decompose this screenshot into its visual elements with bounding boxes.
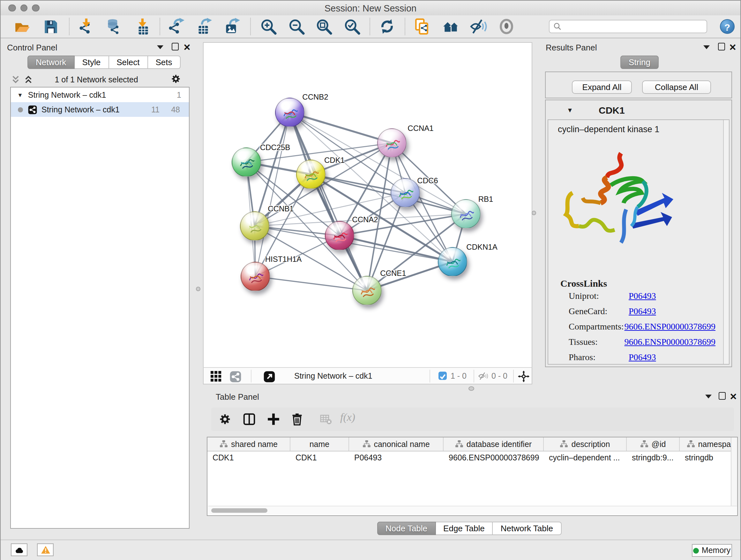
tab-node-table[interactable]: Node Table [377, 522, 435, 535]
network-node-cdkn1a[interactable] [438, 247, 467, 276]
help-button[interactable]: ? [720, 19, 735, 34]
add-column-icon[interactable] [267, 413, 280, 426]
collapse-all-icon[interactable] [11, 75, 20, 84]
open-in-window-icon[interactable] [264, 371, 275, 382]
column-header-canonicalname[interactable]: canonical name [349, 437, 444, 451]
clone-network-icon[interactable] [414, 18, 431, 35]
network-collection-row[interactable]: ▼ String Network – cdk1 1 [11, 87, 189, 102]
table-settings-gear-icon[interactable] [218, 413, 232, 426]
crosslink-value-link[interactable]: 9606.ENSP00000378699 [624, 337, 716, 348]
tab-style[interactable]: Style [74, 56, 109, 69]
warning-button[interactable] [37, 543, 54, 556]
open-session-icon[interactable] [13, 18, 30, 35]
network-node-ccnb2[interactable] [275, 98, 305, 127]
results-panel-close-icon[interactable]: ✕ [728, 43, 737, 52]
table-panel-close-icon[interactable]: ✕ [729, 392, 738, 401]
network-node-ccna1[interactable] [377, 128, 407, 158]
protein-structure-thumbnail [280, 102, 301, 124]
search-box[interactable] [549, 20, 707, 33]
network-node-ccne1[interactable] [352, 276, 382, 305]
hide-selected-icon[interactable] [470, 18, 487, 35]
grid-view-icon[interactable] [211, 371, 221, 382]
network-node-cdc25b[interactable] [232, 147, 261, 177]
column-header-namespace[interactable]: namespace [680, 437, 738, 451]
tab-network-table[interactable]: Network Table [493, 522, 561, 535]
network-row-selected[interactable]: String Network – cdk1 11 48 [11, 102, 189, 117]
network-node-hist1h1a[interactable] [241, 262, 270, 291]
network-edge[interactable] [255, 193, 405, 226]
save-session-icon[interactable] [42, 18, 59, 35]
control-panel-close-icon[interactable]: ✕ [183, 43, 192, 52]
tab-network[interactable]: Network [27, 56, 74, 69]
tab-string[interactable]: String [620, 56, 659, 69]
collapse-all-button[interactable]: Collapse All [642, 80, 711, 94]
column-header-id[interactable]: @id [627, 437, 680, 451]
network-edge[interactable] [340, 236, 453, 262]
network-node-cdc6[interactable] [391, 178, 420, 207]
network-node-cdk1[interactable] [296, 160, 326, 189]
zoom-fit-icon[interactable] [315, 18, 333, 35]
crosslink-value-link[interactable]: P06493 [629, 307, 656, 317]
birdseye-icon[interactable] [518, 370, 530, 382]
network-edge[interactable] [290, 112, 392, 143]
network-edge[interactable] [246, 143, 392, 162]
selected-checkbox[interactable] [439, 372, 447, 380]
table-horizontal-scrollbar[interactable] [208, 506, 737, 515]
hidden-eye-icon[interactable] [478, 372, 488, 381]
zoom-out-icon[interactable] [288, 18, 305, 35]
export-image-icon[interactable] [223, 18, 240, 35]
network-edge[interactable] [255, 112, 290, 276]
column-header-name[interactable]: name [290, 437, 349, 451]
search-input[interactable] [562, 21, 706, 32]
column-header-description[interactable]: description [544, 437, 627, 451]
show-columns-icon[interactable] [243, 413, 256, 426]
expand-all-button[interactable]: Expand All [572, 80, 632, 94]
import-table-icon[interactable] [134, 18, 151, 35]
network-edge[interactable] [255, 276, 367, 291]
import-database-icon[interactable] [105, 18, 123, 35]
zoom-selected-icon[interactable] [343, 18, 360, 35]
zoom-in-icon[interactable] [260, 18, 277, 35]
export-network-icon[interactable] [167, 18, 185, 35]
bottom-splitter-handle[interactable] [468, 386, 474, 391]
network-canvas[interactable]: CCNB2 CCNA1 CDC25B CDK1 CDC6 RB1 CCNB1 C… [203, 42, 532, 368]
tab-sets[interactable]: Sets [148, 56, 180, 69]
results-scrollbar[interactable] [723, 120, 729, 364]
column-header-databaseidentifier[interactable]: database identifier [444, 437, 544, 451]
right-splitter-handle[interactable] [532, 211, 536, 215]
tab-select[interactable]: Select [109, 56, 148, 69]
network-node-rb1[interactable] [451, 199, 481, 229]
left-splitter-handle[interactable] [196, 287, 200, 291]
expand-all-icon[interactable] [23, 75, 33, 84]
scrollbar-thumb[interactable] [211, 508, 267, 513]
results-panel-tabs: String [620, 56, 659, 69]
cloud-button[interactable] [11, 543, 27, 556]
crosslink-value-link[interactable]: P06493 [629, 291, 656, 301]
table-panel-menu-icon[interactable] [704, 392, 713, 401]
import-network-icon[interactable] [78, 18, 95, 35]
crosslink-value-link[interactable]: P06493 [629, 353, 656, 363]
results-panel-menu-icon[interactable] [702, 43, 711, 52]
show-view-icon[interactable] [498, 18, 515, 35]
table-row[interactable]: CDK1CDK1P064939606.ENSP00000378699cyclin… [207, 451, 737, 465]
network-edge[interactable] [311, 174, 466, 214]
column-header-sharedname[interactable]: shared name [207, 437, 290, 451]
network-options-gear-icon[interactable] [171, 73, 181, 84]
refresh-view-icon[interactable] [379, 18, 396, 35]
control-panel-float-icon[interactable] [171, 42, 179, 51]
table-vertical-scrollbar[interactable] [731, 437, 737, 507]
share-network-icon[interactable] [230, 371, 241, 382]
results-panel-float-icon[interactable] [717, 42, 726, 51]
control-panel-menu-icon[interactable] [156, 43, 165, 52]
network-node-ccna2[interactable] [325, 221, 354, 250]
table-panel-float-icon[interactable] [718, 391, 726, 400]
tab-edge-table[interactable]: Edge Table [435, 522, 493, 535]
crosslink-value-link[interactable]: 9606.ENSP00000378699 [624, 322, 716, 332]
protein-collapse-icon[interactable]: ▼ [567, 107, 573, 114]
delete-column-icon[interactable] [290, 413, 304, 426]
export-table-icon[interactable] [195, 18, 212, 35]
network-node-ccnb1[interactable] [240, 211, 269, 241]
memory-button[interactable]: Memory [692, 544, 732, 557]
home-networks-icon[interactable] [442, 18, 460, 35]
tree-expander-icon[interactable]: ▼ [17, 91, 23, 98]
